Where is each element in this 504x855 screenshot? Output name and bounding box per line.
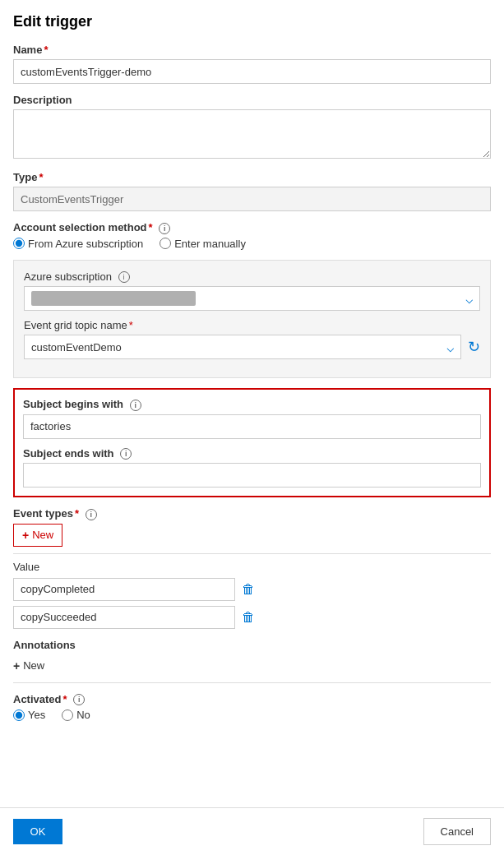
annotations-new-button[interactable]: + New xyxy=(13,656,44,676)
azure-subscription-label: Azure subscription i xyxy=(24,270,480,284)
event-type-row-2: 🗑 xyxy=(13,606,491,629)
cancel-button[interactable]: Cancel xyxy=(423,818,491,845)
subject-begins-info-icon[interactable]: i xyxy=(130,400,141,411)
radio-manual-input[interactable] xyxy=(160,238,171,249)
subject-ends-input[interactable] xyxy=(23,463,481,488)
event-grid-topic-wrapper: customEventDemo ⌵ xyxy=(24,335,461,359)
subject-begins-input[interactable] xyxy=(23,414,481,439)
event-types-section: Event types* i + New Value 🗑 🗑 xyxy=(13,507,491,629)
subject-section: Subject begins with i Subject ends with … xyxy=(13,388,491,497)
ok-button[interactable]: OK xyxy=(13,819,62,844)
subject-begins-label: Subject begins with i xyxy=(23,398,481,411)
event-grid-topic-label: Event grid topic name* xyxy=(24,319,480,331)
activated-radio-group: Yes No xyxy=(13,709,491,721)
type-group: Type* xyxy=(13,171,491,211)
radio-manual-option[interactable]: Enter manually xyxy=(160,238,246,250)
subscription-blurred-value xyxy=(31,291,196,306)
type-input xyxy=(13,187,491,211)
account-selection-label: Account selection method* i xyxy=(13,221,491,234)
account-selection-radio-group: From Azure subscription Enter manually xyxy=(13,238,491,250)
delete-event-type-2-icon[interactable]: 🗑 xyxy=(242,610,255,625)
subject-ends-label: Subject ends with i xyxy=(23,447,481,460)
name-group: Name* xyxy=(13,44,491,84)
name-label: Name* xyxy=(13,44,491,56)
type-label: Type* xyxy=(13,171,491,183)
radio-manual-label: Enter manually xyxy=(174,238,246,250)
event-type-input-1[interactable] xyxy=(13,578,235,601)
azure-subscription-select[interactable] xyxy=(24,286,480,311)
footer: OK Cancel xyxy=(0,807,504,855)
activated-label: Activated* i xyxy=(13,693,491,706)
radio-yes-option[interactable]: Yes xyxy=(13,709,45,721)
page-title: Edit trigger xyxy=(13,13,491,30)
radio-azure-input[interactable] xyxy=(13,238,25,249)
subject-begins-group: Subject begins with i xyxy=(23,398,481,439)
event-types-new-button[interactable]: + New xyxy=(13,524,62,547)
radio-no-option[interactable]: No xyxy=(62,709,90,721)
annotations-plus-icon: + xyxy=(13,659,20,672)
annotations-section: Annotations + New xyxy=(13,639,491,683)
activated-section: Activated* i Yes No xyxy=(13,693,491,722)
event-type-row-1: 🗑 xyxy=(13,578,491,601)
activated-info-icon[interactable]: i xyxy=(73,694,85,705)
radio-azure-label: From Azure subscription xyxy=(28,238,143,250)
description-group: Description xyxy=(13,94,491,161)
radio-yes-input[interactable] xyxy=(13,709,25,721)
annotations-new-label: New xyxy=(23,659,44,672)
account-selection-group: Account selection method* i From Azure s… xyxy=(13,221,491,250)
description-label: Description xyxy=(13,94,491,106)
event-types-info-icon[interactable]: i xyxy=(86,509,97,520)
radio-no-input[interactable] xyxy=(62,709,73,721)
value-column-label: Value xyxy=(13,561,491,573)
event-types-label: Event types* i xyxy=(13,507,491,520)
event-type-input-2[interactable] xyxy=(13,606,235,629)
account-selection-info-icon[interactable]: i xyxy=(159,223,170,234)
azure-subscription-group: Azure subscription i ⌵ xyxy=(24,270,480,312)
event-types-new-label: New xyxy=(32,529,53,541)
subject-ends-info-icon[interactable]: i xyxy=(120,448,132,460)
radio-azure-option[interactable]: From Azure subscription xyxy=(13,238,143,250)
radio-no-label: No xyxy=(76,709,90,721)
subject-ends-group: Subject ends with i xyxy=(23,447,481,488)
azure-subscription-wrapper: ⌵ xyxy=(24,286,480,311)
description-input[interactable] xyxy=(13,109,491,159)
event-grid-topic-group: Event grid topic name* customEventDemo ⌵… xyxy=(24,319,480,359)
delete-event-type-1-icon[interactable]: 🗑 xyxy=(242,582,255,597)
azure-section: Azure subscription i ⌵ Event grid topic … xyxy=(13,260,491,379)
name-input[interactable] xyxy=(13,59,491,84)
azure-subscription-info-icon[interactable]: i xyxy=(118,271,130,283)
event-types-plus-icon: + xyxy=(22,529,29,542)
event-grid-topic-refresh-icon[interactable]: ↻ xyxy=(468,338,480,356)
event-grid-topic-select[interactable]: customEventDemo xyxy=(24,335,461,359)
radio-yes-label: Yes xyxy=(28,709,45,721)
annotations-label: Annotations xyxy=(13,639,491,651)
